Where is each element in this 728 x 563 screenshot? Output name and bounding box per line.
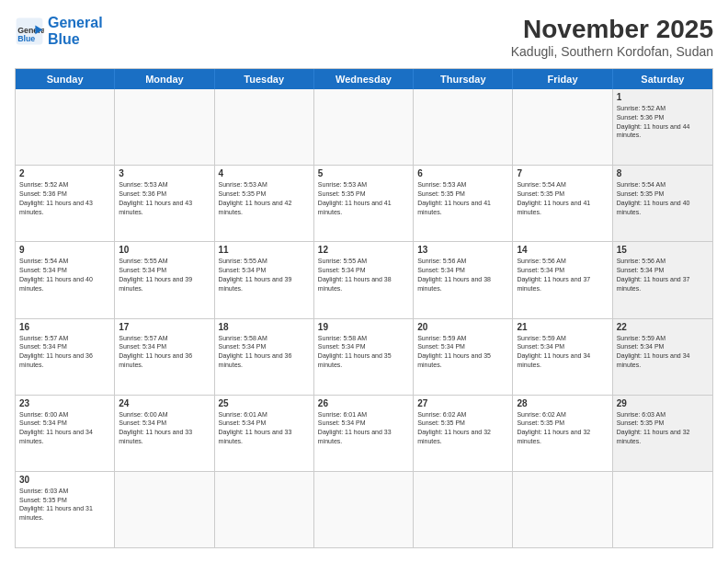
- cell-info: Sunrise: 6:01 AM Sunset: 5:34 PM Dayligh…: [219, 410, 310, 446]
- cal-cell: 29Sunrise: 6:03 AM Sunset: 5:35 PM Dayli…: [613, 396, 712, 471]
- cell-info: Sunrise: 5:59 AM Sunset: 5:34 PM Dayligh…: [417, 334, 508, 370]
- cal-cell: 9Sunrise: 5:54 AM Sunset: 5:34 PM Daylig…: [16, 242, 115, 317]
- header-day-saturday: Saturday: [613, 69, 712, 89]
- cell-info: Sunrise: 5:55 AM Sunset: 5:34 PM Dayligh…: [318, 257, 409, 293]
- month-title: November 2025: [511, 15, 713, 44]
- logo-text: General Blue: [48, 15, 103, 47]
- header: General Blue General Blue November 2025 …: [15, 15, 713, 59]
- week-row-5: 30Sunrise: 6:03 AM Sunset: 5:35 PM Dayli…: [16, 472, 712, 547]
- day-number: 16: [19, 322, 110, 332]
- location-title: Kadugli, Southern Kordofan, Sudan: [511, 44, 713, 59]
- calendar-header: SundayMondayTuesdayWednesdayThursdayFrid…: [16, 69, 712, 89]
- cell-info: Sunrise: 5:56 AM Sunset: 5:34 PM Dayligh…: [617, 257, 709, 293]
- header-day-sunday: Sunday: [16, 69, 115, 89]
- cell-info: Sunrise: 5:57 AM Sunset: 5:34 PM Dayligh…: [119, 334, 210, 370]
- cell-info: Sunrise: 5:53 AM Sunset: 5:36 PM Dayligh…: [119, 180, 210, 216]
- cell-info: Sunrise: 5:59 AM Sunset: 5:34 PM Dayligh…: [517, 334, 608, 370]
- day-number: 19: [318, 322, 409, 332]
- cell-info: Sunrise: 6:02 AM Sunset: 5:35 PM Dayligh…: [517, 410, 608, 446]
- svg-text:Blue: Blue: [17, 34, 35, 43]
- logo: General Blue General Blue: [15, 15, 103, 47]
- day-number: 17: [119, 322, 210, 332]
- cal-cell: 8Sunrise: 5:54 AM Sunset: 5:35 PM Daylig…: [613, 166, 712, 241]
- day-number: 15: [617, 245, 709, 255]
- logo-icon: General Blue: [15, 17, 44, 46]
- cal-cell: 30Sunrise: 6:03 AM Sunset: 5:35 PM Dayli…: [16, 472, 115, 547]
- day-number: 6: [417, 168, 508, 178]
- day-number: 27: [417, 398, 508, 408]
- cal-cell: [414, 89, 513, 165]
- day-number: 13: [417, 245, 508, 255]
- cal-cell: 4Sunrise: 5:53 AM Sunset: 5:35 PM Daylig…: [215, 166, 314, 241]
- day-number: 9: [19, 245, 110, 255]
- cal-cell: [115, 472, 214, 547]
- header-day-tuesday: Tuesday: [215, 69, 314, 89]
- cell-info: Sunrise: 6:01 AM Sunset: 5:34 PM Dayligh…: [318, 410, 409, 446]
- cal-cell: 1Sunrise: 5:52 AM Sunset: 5:36 PM Daylig…: [613, 89, 712, 165]
- cal-cell: 17Sunrise: 5:57 AM Sunset: 5:34 PM Dayli…: [115, 319, 214, 395]
- day-number: 7: [517, 168, 608, 178]
- cal-cell: 5Sunrise: 5:53 AM Sunset: 5:35 PM Daylig…: [314, 166, 414, 241]
- cal-cell: 25Sunrise: 6:01 AM Sunset: 5:34 PM Dayli…: [215, 396, 314, 471]
- cal-cell: [513, 89, 612, 165]
- cal-cell: 22Sunrise: 5:59 AM Sunset: 5:34 PM Dayli…: [613, 319, 712, 395]
- cell-info: Sunrise: 5:53 AM Sunset: 5:35 PM Dayligh…: [318, 180, 409, 216]
- cal-cell: [115, 89, 214, 165]
- cell-info: Sunrise: 5:55 AM Sunset: 5:34 PM Dayligh…: [219, 257, 310, 293]
- title-block: November 2025 Kadugli, Southern Kordofan…: [511, 15, 713, 59]
- cell-info: Sunrise: 5:52 AM Sunset: 5:36 PM Dayligh…: [617, 104, 709, 140]
- day-number: 23: [19, 398, 110, 408]
- cal-cell: [513, 472, 612, 547]
- cell-info: Sunrise: 5:53 AM Sunset: 5:35 PM Dayligh…: [417, 180, 508, 216]
- header-day-wednesday: Wednesday: [314, 69, 414, 89]
- week-row-4: 23Sunrise: 6:00 AM Sunset: 5:34 PM Dayli…: [16, 396, 712, 472]
- header-day-thursday: Thursday: [414, 69, 513, 89]
- cal-cell: 23Sunrise: 6:00 AM Sunset: 5:34 PM Dayli…: [16, 396, 115, 471]
- cal-cell: [414, 472, 513, 547]
- header-day-monday: Monday: [115, 69, 214, 89]
- cal-cell: 6Sunrise: 5:53 AM Sunset: 5:35 PM Daylig…: [414, 166, 513, 241]
- cal-cell: [314, 89, 414, 165]
- day-number: 25: [219, 398, 310, 408]
- day-number: 18: [219, 322, 310, 332]
- cal-cell: [215, 472, 314, 547]
- cal-cell: 12Sunrise: 5:55 AM Sunset: 5:34 PM Dayli…: [314, 242, 414, 317]
- cal-cell: [613, 472, 712, 547]
- cal-cell: 27Sunrise: 6:02 AM Sunset: 5:35 PM Dayli…: [414, 396, 513, 471]
- cal-cell: 21Sunrise: 5:59 AM Sunset: 5:34 PM Dayli…: [513, 319, 612, 395]
- cell-info: Sunrise: 5:56 AM Sunset: 5:34 PM Dayligh…: [517, 257, 608, 293]
- day-number: 5: [318, 168, 409, 178]
- day-number: 29: [617, 398, 709, 408]
- cal-cell: 7Sunrise: 5:54 AM Sunset: 5:35 PM Daylig…: [513, 166, 612, 241]
- day-number: 11: [219, 245, 310, 255]
- day-number: 8: [617, 168, 709, 178]
- day-number: 24: [119, 398, 210, 408]
- cal-cell: [16, 89, 115, 165]
- day-number: 14: [517, 245, 608, 255]
- day-number: 3: [119, 168, 210, 178]
- cell-info: Sunrise: 5:54 AM Sunset: 5:35 PM Dayligh…: [517, 180, 608, 216]
- week-row-3: 16Sunrise: 5:57 AM Sunset: 5:34 PM Dayli…: [16, 319, 712, 396]
- cal-cell: 11Sunrise: 5:55 AM Sunset: 5:34 PM Dayli…: [215, 242, 314, 317]
- cal-cell: 3Sunrise: 5:53 AM Sunset: 5:36 PM Daylig…: [115, 166, 214, 241]
- cal-cell: 28Sunrise: 6:02 AM Sunset: 5:35 PM Dayli…: [513, 396, 612, 471]
- cal-cell: [314, 472, 414, 547]
- cell-info: Sunrise: 6:02 AM Sunset: 5:35 PM Dayligh…: [417, 410, 508, 446]
- cal-cell: 19Sunrise: 5:58 AM Sunset: 5:34 PM Dayli…: [314, 319, 414, 395]
- cal-cell: 14Sunrise: 5:56 AM Sunset: 5:34 PM Dayli…: [513, 242, 612, 317]
- day-number: 1: [617, 92, 709, 102]
- cell-info: Sunrise: 5:55 AM Sunset: 5:34 PM Dayligh…: [119, 257, 210, 293]
- day-number: 22: [617, 322, 709, 332]
- cell-info: Sunrise: 5:58 AM Sunset: 5:34 PM Dayligh…: [219, 334, 310, 370]
- cell-info: Sunrise: 5:53 AM Sunset: 5:35 PM Dayligh…: [219, 180, 310, 216]
- page: General Blue General Blue November 2025 …: [0, 0, 728, 563]
- cal-cell: 18Sunrise: 5:58 AM Sunset: 5:34 PM Dayli…: [215, 319, 314, 395]
- day-number: 2: [19, 168, 110, 178]
- cell-info: Sunrise: 5:59 AM Sunset: 5:34 PM Dayligh…: [617, 334, 709, 370]
- cell-info: Sunrise: 5:54 AM Sunset: 5:35 PM Dayligh…: [617, 180, 709, 216]
- cal-cell: 24Sunrise: 6:00 AM Sunset: 5:34 PM Dayli…: [115, 396, 214, 471]
- cell-info: Sunrise: 6:03 AM Sunset: 5:35 PM Dayligh…: [19, 487, 110, 523]
- cell-info: Sunrise: 5:58 AM Sunset: 5:34 PM Dayligh…: [318, 334, 409, 370]
- cell-info: Sunrise: 6:00 AM Sunset: 5:34 PM Dayligh…: [119, 410, 210, 446]
- week-row-0: 1Sunrise: 5:52 AM Sunset: 5:36 PM Daylig…: [16, 89, 712, 166]
